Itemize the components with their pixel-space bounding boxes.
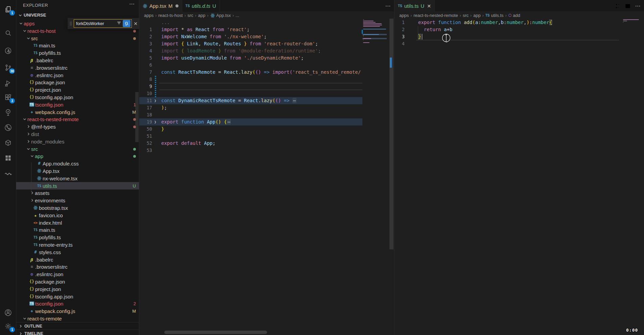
file-type-icon: {} — [28, 279, 35, 284]
project-view-icon[interactable] — [0, 106, 16, 119]
minimap[interactable] — [362, 19, 387, 87]
tree-folder-environments[interactable]: environments — [16, 197, 139, 204]
tree-file-webpack.config.js[interactable]: ❖webpack.config.jsM — [16, 108, 139, 116]
more-actions-icon[interactable]: ⋯ — [128, 1, 136, 9]
tree-file-.babelrc[interactable]: β.babelrc — [16, 256, 139, 263]
panel-grid-icon[interactable] — [0, 151, 16, 165]
breadcrumb-item[interactable]: src — [463, 13, 469, 18]
more-icon[interactable]: ⋯ — [384, 2, 392, 10]
tree-item-label: tsconfig.app.json — [35, 294, 139, 299]
tab-app.tsx[interactable]: App.tsxM — [139, 0, 182, 12]
tree-file-project.json[interactable]: {}project.json — [16, 86, 139, 93]
source-control-icon[interactable]: 38 — [0, 61, 16, 74]
run-and-debug-icon[interactable] — [0, 76, 16, 90]
fold-chevron-icon[interactable]: ❯ — [154, 118, 157, 126]
tree-folder-src[interactable]: src — [16, 35, 139, 42]
breadcrumb-item[interactable]: utils.ts — [491, 13, 504, 18]
tab-utils.ts[interactable]: TSutils.tsU✕ — [395, 0, 435, 12]
references-view-icon[interactable] — [0, 44, 16, 58]
dirty-dot-icon[interactable] — [175, 4, 178, 7]
tree-file-main.ts[interactable]: TSmain.ts — [16, 42, 139, 49]
tree-file-webpack.config.js[interactable]: ❖webpack.config.jsM — [16, 307, 139, 315]
explorer-icon[interactable]: 1 — [0, 3, 16, 16]
find-input-value[interactable]: forkDtsWorker — [76, 21, 115, 26]
extensions-icon[interactable]: 3 — [0, 91, 16, 104]
filter-icon[interactable] — [117, 21, 121, 27]
tree-file-.eslintrc.json[interactable]: ◎.eslintrc.json — [16, 270, 139, 278]
breadcrumb-item[interactable]: app — [473, 13, 481, 18]
tree-file-main.ts[interactable]: TSmain.ts — [16, 226, 139, 233]
wave-view-icon[interactable] — [0, 166, 16, 180]
tree-folder-react-ts-nested-remote[interactable]: react-ts-nested-remote — [16, 115, 139, 123]
tree-file-tsconfig.json[interactable]: TStsconfig.json2 — [16, 300, 139, 307]
tree-item-label: .browserslistrc — [35, 65, 139, 71]
tree-file-package.json[interactable]: {}package.json — [16, 278, 139, 285]
tree-folder-@mf-types[interactable]: @mf-types — [16, 123, 139, 130]
tree-file-favicon.ico[interactable]: ★favicon.ico — [16, 211, 139, 219]
accounts-icon[interactable] — [0, 306, 16, 319]
search-icon[interactable] — [0, 26, 16, 40]
breadcrumb-item[interactable]: apps — [399, 13, 409, 18]
tree-file-index.html[interactable]: <>index.html — [16, 219, 139, 226]
section-timeline[interactable]: TIMELINE — [16, 330, 139, 335]
chevron-right-icon: › — [460, 13, 461, 18]
git-graph-icon[interactable] — [0, 121, 16, 134]
tree-file-.babelrc[interactable]: β.babelrc — [16, 57, 139, 64]
manage-icon[interactable]: 1 — [0, 319, 16, 333]
tree-folder-react-ts-remote[interactable]: react-ts-remote — [16, 315, 139, 322]
breadcrumb-item[interactable]: app — [198, 13, 206, 18]
tree-folder-node-modules[interactable]: node_modules — [16, 138, 139, 145]
section-outline[interactable]: OUTLINE — [16, 322, 139, 330]
file-type-icon: TS — [32, 44, 39, 47]
tree-file-tsconfig.app.json[interactable]: {}tsconfig.app.json — [16, 293, 139, 300]
tree-file-polyfills.ts[interactable]: TSpolyfills.ts — [16, 49, 139, 57]
code-editor[interactable]: 1export function add(a:number,b:number,)… — [395, 19, 619, 335]
breadcrumb-item[interactable]: add — [513, 13, 520, 18]
tree-folder-app[interactable]: app — [16, 152, 139, 160]
tree-file-tsconfig.app.json[interactable]: {}tsconfig.app.json — [16, 93, 139, 101]
tree-file-package.json[interactable]: {}package.json — [16, 79, 139, 86]
breadcrumb-item[interactable]: src — [187, 13, 193, 18]
sidebar-scrollbar[interactable] — [135, 92, 139, 142]
tree-file-remote-entry.ts[interactable]: TSremote-entry.ts — [16, 241, 139, 248]
tree-item-label: favicon.ico — [39, 213, 139, 218]
tree-file-bootstrap.tsx[interactable]: bootstrap.tsx — [16, 204, 139, 211]
tree-file-tsconfig.json[interactable]: TStsconfig.json1 — [16, 101, 139, 108]
more-icon[interactable]: ⋯ — [634, 2, 642, 10]
tree-file-.browserslistrc[interactable]: ≡.browserslistrc — [16, 263, 139, 270]
minimap[interactable] — [622, 19, 644, 87]
breadcrumb-item[interactable]: react-ts-nested-remote — [413, 13, 458, 18]
tree-folder-src[interactable]: src — [16, 145, 139, 153]
code-editor[interactable]: ...1import * as React from 'react';2impo… — [139, 19, 362, 335]
breadcrumb[interactable]: apps›react-ts-host›src›app›App.tsx›... — [139, 12, 394, 19]
close-icon[interactable]: ✕ — [427, 3, 431, 9]
tree-file-nx-welcome.tsx[interactable]: nx-welcome.tsx — [16, 175, 139, 182]
breadcrumb-item[interactable]: react-ts-host — [158, 13, 183, 18]
tree-file-polyfills.ts[interactable]: TSpolyfills.ts — [16, 233, 139, 241]
tab-utils.d.ts[interactable]: TSutils.d.tsU — [182, 0, 220, 12]
fuzzy-match-toggle[interactable] — [123, 20, 130, 27]
breadcrumb-item[interactable]: App.tsx — [216, 13, 231, 18]
tree-file-.browserslistrc[interactable]: ≡.browserslistrc — [16, 64, 139, 71]
breadcrumb[interactable]: apps›react-ts-nested-remote›src›app›TSut… — [395, 12, 644, 19]
vertical-scrollbar[interactable] — [389, 19, 393, 249]
compare-icon[interactable] — [614, 2, 622, 10]
nx-console-icon[interactable] — [0, 136, 16, 150]
tree-file-app.tsx[interactable]: App.tsx — [16, 167, 139, 175]
split-icon[interactable] — [624, 2, 632, 10]
horizontal-scrollbar[interactable] — [164, 331, 267, 334]
tree-item-label: node_modules — [31, 139, 139, 144]
tree-file-utils.ts[interactable]: TSutils.tsU — [16, 182, 139, 189]
tree-folder-dist[interactable]: dist — [16, 130, 139, 138]
drag-handle-icon[interactable]: ⣿ — [68, 22, 74, 25]
tree-file-app.module.css[interactable]: #App.module.css — [16, 160, 139, 167]
breadcrumb-item[interactable]: ... — [236, 13, 239, 18]
tree-find-input[interactable]: forkDtsWorker — [74, 19, 132, 28]
tree-folder-assets[interactable]: assets — [16, 189, 139, 197]
breadcrumb-item[interactable]: apps — [144, 13, 153, 18]
tree-file-.eslintrc.json[interactable]: ◎.eslintrc.json — [16, 71, 139, 79]
fold-chevron-icon[interactable]: ❯ — [154, 97, 157, 104]
close-icon[interactable]: ✕ — [132, 21, 139, 26]
tree-file-project.json[interactable]: {}project.json — [16, 285, 139, 293]
tree-file-styles.css[interactable]: #styles.css — [16, 248, 139, 256]
